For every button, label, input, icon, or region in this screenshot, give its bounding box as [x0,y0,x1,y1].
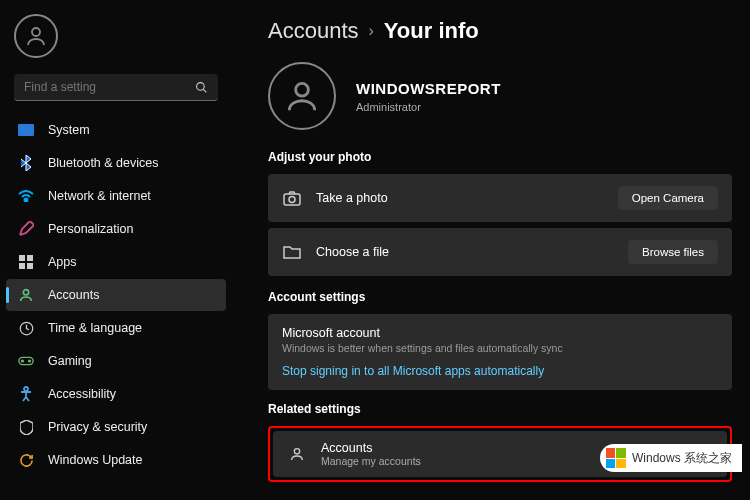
watermark: Windows 系统之家 [600,444,742,472]
svg-line-2 [203,89,206,92]
privacy-icon [18,419,34,435]
svg-point-0 [32,28,40,36]
sidebar-item-label: Time & language [48,321,142,335]
system-icon [18,122,34,138]
network-icon [18,188,34,204]
sidebar-item-label: Personalization [48,222,133,236]
user-avatar [268,62,336,130]
user-header: WINDOWSREPORT Administrator [268,62,732,130]
apps-icon [18,254,34,270]
accessibility-icon [18,386,34,402]
search-input[interactable] [24,80,195,94]
bluetooth-icon [18,155,34,171]
section-title-account: Account settings [268,290,732,304]
sidebar-item-time[interactable]: Time & language [6,312,226,344]
sidebar-item-label: Accessibility [48,387,116,401]
open-camera-button[interactable]: Open Camera [618,186,718,210]
ms-account-sub: Windows is better when settings and file… [282,342,718,354]
section-title-photo: Adjust your photo [268,150,732,164]
take-photo-label: Take a photo [316,191,604,205]
sidebar-item-gaming[interactable]: Gaming [6,345,226,377]
personalization-icon [18,221,34,237]
svg-point-13 [29,360,31,362]
sidebar-item-label: Bluetooth & devices [48,156,159,170]
person-icon [283,77,321,115]
sidebar-item-accounts[interactable]: Accounts [6,279,226,311]
svg-point-18 [294,449,299,454]
windows-logo-icon [606,448,626,468]
svg-point-9 [23,290,28,295]
svg-point-15 [296,83,309,96]
svg-point-12 [22,360,24,362]
svg-point-17 [289,196,295,202]
svg-rect-5 [19,255,25,261]
sidebar: System Bluetooth & devices Network & int… [0,0,232,500]
choose-file-card: Choose a file Browse files [268,228,732,276]
svg-point-14 [24,387,28,391]
browse-files-button[interactable]: Browse files [628,240,718,264]
ms-account-title: Microsoft account [282,326,718,340]
stop-signing-link[interactable]: Stop signing in to all Microsoft apps au… [282,364,718,378]
user-name: WINDOWSREPORT [356,80,501,97]
sidebar-item-personalization[interactable]: Personalization [6,213,226,245]
camera-icon [282,188,302,208]
sidebar-item-label: Windows Update [48,453,143,467]
svg-rect-7 [19,263,25,269]
sidebar-item-label: Privacy & security [48,420,147,434]
sidebar-item-label: System [48,123,90,137]
sidebar-item-network[interactable]: Network & internet [6,180,226,212]
sidebar-item-privacy[interactable]: Privacy & security [6,411,226,443]
person-icon [24,24,48,48]
page-title: Your info [384,18,479,44]
main-content: Accounts › Your info WINDOWSREPORT Admin… [232,0,750,500]
update-icon [18,452,34,468]
sidebar-item-label: Gaming [48,354,92,368]
folder-icon [282,242,302,262]
sidebar-item-apps[interactable]: Apps [6,246,226,278]
svg-rect-16 [284,194,300,205]
choose-file-label: Choose a file [316,245,614,259]
sidebar-item-label: Network & internet [48,189,151,203]
search-box[interactable] [14,74,218,101]
search-icon [195,81,208,94]
sidebar-item-accessibility[interactable]: Accessibility [6,378,226,410]
microsoft-account-card: Microsoft account Windows is better when… [268,314,732,390]
take-photo-card: Take a photo Open Camera [268,174,732,222]
sidebar-item-bluetooth[interactable]: Bluetooth & devices [6,147,226,179]
section-title-related: Related settings [268,402,732,416]
sidebar-item-system[interactable]: System [6,114,226,146]
sidebar-item-label: Apps [48,255,77,269]
user-role: Administrator [356,101,501,113]
svg-point-1 [197,82,205,90]
watermark-text: Windows 系统之家 [632,450,732,467]
sidebar-item-update[interactable]: Windows Update [6,444,226,476]
chevron-right-icon: › [369,22,374,40]
breadcrumb: Accounts › Your info [268,18,732,44]
nav-list: System Bluetooth & devices Network & int… [4,113,228,477]
accounts-icon [18,287,34,303]
gaming-icon [18,353,34,369]
time-icon [18,320,34,336]
svg-point-4 [25,199,28,202]
person-icon [287,444,307,464]
svg-rect-8 [27,263,33,269]
sidebar-item-label: Accounts [48,288,99,302]
svg-rect-6 [27,255,33,261]
svg-rect-3 [18,124,34,136]
profile-avatar[interactable] [14,14,58,58]
breadcrumb-parent[interactable]: Accounts [268,18,359,44]
